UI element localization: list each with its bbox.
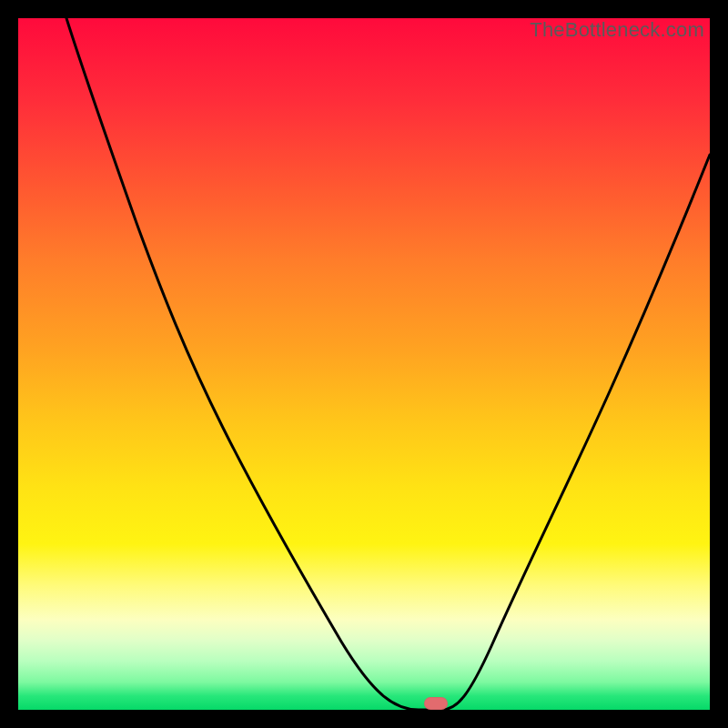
chart-frame: TheBottleneck.com (0, 0, 728, 728)
curve-path (66, 18, 710, 710)
plot-area: TheBottleneck.com (18, 18, 710, 710)
optimal-marker (424, 697, 448, 710)
bottleneck-curve (18, 18, 710, 710)
